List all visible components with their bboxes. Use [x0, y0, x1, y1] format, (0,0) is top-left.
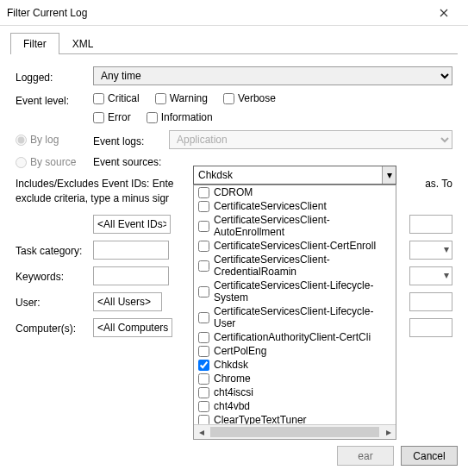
- dropdown-item-label: CertificateServicesClient-CertEnroll: [214, 240, 376, 252]
- chevron-down-icon: ▾: [441, 241, 452, 257]
- behind-field-user[interactable]: [409, 292, 452, 311]
- dropdown-item-checkbox[interactable]: [198, 415, 209, 425]
- by-log-radio: By log: [16, 134, 93, 146]
- horizontal-scrollbar[interactable]: ◂ ▸: [194, 424, 396, 439]
- dropdown-item[interactable]: CDROM: [194, 185, 396, 199]
- computers-input[interactable]: [93, 318, 172, 337]
- close-button[interactable]: [427, 1, 461, 25]
- dropdown-item-label: CertificateServicesClient: [214, 200, 327, 212]
- dropdown-item-checkbox[interactable]: [198, 201, 209, 212]
- dropdown-item-checkbox[interactable]: [198, 387, 209, 398]
- event-logs-label: Event logs:: [93, 133, 169, 147]
- task-category-label: Task category:: [16, 242, 93, 257]
- keywords-dd[interactable]: ▾: [409, 266, 452, 285]
- by-source-radio: By source: [16, 156, 93, 168]
- dropdown-item[interactable]: CertificateServicesClient-CredentialRoam…: [194, 253, 396, 279]
- scroll-left-icon[interactable]: ◂: [194, 425, 209, 439]
- dropdown-item-checkbox[interactable]: [198, 346, 209, 357]
- dropdown-item-checkbox[interactable]: [198, 260, 209, 272]
- tab-bar: Filter XML: [10, 33, 458, 54]
- dropdown-item-label: CertificationAuthorityClient-CertCli: [214, 331, 371, 343]
- event-sources-dropdown: CDROMCertificateServicesClientCertificat…: [193, 185, 396, 440]
- dropdown-item-label: CDROM: [214, 186, 253, 198]
- dropdown-item-checkbox[interactable]: [198, 332, 209, 343]
- dropdown-item-label: CertPolEng: [214, 345, 266, 357]
- dropdown-item-checkbox[interactable]: [198, 286, 209, 298]
- event-sources-field[interactable]: Chkdsk ▾: [193, 166, 396, 185]
- critical-check[interactable]: Critical: [93, 92, 140, 104]
- clear-button[interactable]: ear: [337, 446, 394, 466]
- dropdown-item[interactable]: CertificateServicesClient-CertEnroll: [194, 239, 396, 253]
- chevron-down-icon[interactable]: ▾: [382, 166, 396, 184]
- dropdown-item-checkbox[interactable]: [198, 187, 209, 198]
- information-check[interactable]: Information: [147, 111, 213, 123]
- dropdown-item-label: CertificateServicesClient-CredentialRoam…: [214, 254, 391, 278]
- cancel-button[interactable]: Cancel: [401, 446, 458, 466]
- dropdown-item-checkbox[interactable]: [198, 221, 209, 232]
- dropdown-item[interactable]: ClearTypeTextTuner: [194, 413, 396, 424]
- verbose-check[interactable]: Verbose: [223, 92, 276, 104]
- close-icon: [440, 9, 448, 17]
- dropdown-item-checkbox[interactable]: [198, 373, 209, 385]
- scroll-thumb[interactable]: [210, 427, 379, 437]
- dropdown-item-label: CertificateServicesClient-AutoEnrollment: [214, 214, 391, 238]
- dropdown-item-label: ClearTypeTextTuner: [214, 414, 307, 424]
- titlebar: Filter Current Log: [0, 0, 468, 26]
- dropdown-item[interactable]: Chrome: [194, 372, 396, 385]
- error-check[interactable]: Error: [93, 111, 131, 123]
- dropdown-item[interactable]: cht4iscsi: [194, 385, 396, 399]
- dropdown-item[interactable]: CertPolEng: [194, 344, 396, 358]
- dropdown-item[interactable]: CertificateServicesClient-Lifecycle-Syst…: [194, 279, 396, 304]
- dropdown-item[interactable]: CertificateServicesClient: [194, 199, 396, 213]
- task-category-input[interactable]: [93, 241, 169, 260]
- logged-select[interactable]: Any time: [93, 66, 452, 85]
- dropdown-item[interactable]: CertificateServicesClient-Lifecycle-User: [194, 304, 396, 330]
- dropdown-item-label: Chrome: [214, 373, 251, 385]
- tab-xml[interactable]: XML: [59, 33, 107, 54]
- dropdown-item-label: CertificateServicesClient-Lifecycle-Syst…: [214, 279, 391, 304]
- chevron-down-icon: ▾: [441, 267, 452, 283]
- user-label: User:: [16, 294, 93, 309]
- behind-field-computers[interactable]: [409, 318, 452, 337]
- dropdown-item[interactable]: cht4vbd: [194, 399, 396, 413]
- dropdown-item-checkbox[interactable]: [198, 401, 209, 412]
- warning-check[interactable]: Warning: [155, 92, 208, 104]
- user-input[interactable]: [93, 292, 162, 311]
- event-logs-select: Application: [169, 130, 452, 149]
- dropdown-item[interactable]: CertificateServicesClient-AutoEnrollment: [194, 213, 396, 239]
- dropdown-item[interactable]: Chkdsk: [194, 358, 396, 372]
- behind-field-1[interactable]: [409, 215, 452, 234]
- task-category-dd[interactable]: ▾: [409, 241, 452, 260]
- dropdown-item-label: cht4vbd: [214, 400, 250, 412]
- logged-label: Logged:: [16, 69, 93, 84]
- dropdown-item-checkbox[interactable]: [198, 241, 209, 252]
- scroll-right-icon[interactable]: ▸: [381, 425, 396, 439]
- dropdown-item-checkbox[interactable]: [198, 360, 209, 371]
- dropdown-item-label: CertificateServicesClient-Lifecycle-User: [214, 305, 391, 329]
- dropdown-item-label: cht4iscsi: [214, 386, 253, 398]
- dropdown-list[interactable]: CDROMCertificateServicesClientCertificat…: [194, 185, 396, 424]
- event-level-label: Event level:: [16, 92, 93, 107]
- dropdown-item-checkbox[interactable]: [198, 312, 209, 323]
- window-title: Filter Current Log: [7, 7, 427, 19]
- event-sources-value: Chkdsk: [194, 169, 382, 181]
- keywords-label: Keywords:: [16, 268, 93, 283]
- tab-filter[interactable]: Filter: [10, 33, 59, 54]
- event-ids-input[interactable]: [93, 215, 171, 234]
- dropdown-item[interactable]: CertificationAuthorityClient-CertCli: [194, 330, 396, 344]
- dropdown-item-label: Chkdsk: [214, 359, 248, 371]
- keywords-input[interactable]: [93, 266, 169, 285]
- event-sources-label: Event sources:: [93, 156, 171, 168]
- computers-label: Computer(s):: [16, 320, 93, 335]
